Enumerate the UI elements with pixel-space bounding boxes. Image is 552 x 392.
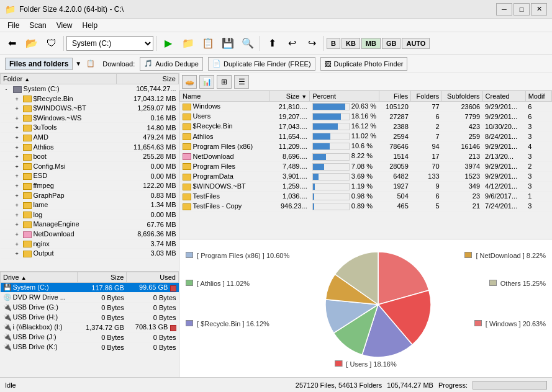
audio-dedupe-button[interactable]: 🎵 Audio Dedupe [140, 57, 203, 71]
folder-row[interactable]: +Config.Msi0.00 MB [1, 161, 179, 171]
treemap-button[interactable]: ⊞ [217, 75, 232, 89]
percent-col-header[interactable]: Percent [310, 91, 379, 102]
expand-icon[interactable]: + [16, 115, 23, 122]
files-folders-label[interactable]: Files and folders [5, 58, 73, 70]
kb-label[interactable]: KB [342, 38, 360, 49]
undo-button[interactable]: ↩ [283, 35, 301, 52]
folder-row[interactable]: +nginx3.74 MB [1, 239, 179, 249]
folder-row[interactable]: +AMD479.24 MB [1, 132, 179, 142]
folder-row[interactable]: +GraphPap0.83 MB [1, 190, 179, 200]
drive-list[interactable]: Drive ▲ Size Used 💾System (C:)117.86 GB9… [0, 272, 179, 377]
size-col-header[interactable]: Size [116, 74, 178, 84]
drive-row[interactable]: 🔌USB Drive (K:)0 Bytes0 Bytes [1, 342, 179, 352]
expand-icon[interactable]: + [16, 125, 23, 131]
drive-row[interactable]: 🔌USB Drive (J:)0 Bytes0 Bytes [1, 332, 179, 342]
file-row[interactable]: Program Files (x86)11,209.... 10.6 %7864… [180, 141, 552, 151]
drive-col-header[interactable]: Drive ▲ [1, 272, 78, 283]
file-row[interactable]: Users19,207.... 18.16 %27287677999/29/20… [180, 112, 552, 122]
subfolders-col-header[interactable]: Subfolders [442, 91, 482, 102]
folder-row[interactable]: +$Windows.~WS0.16 MB [1, 113, 179, 123]
file-row[interactable]: $WINDOWS.~BT1,259.... 1.19 %192793494/12… [180, 181, 552, 191]
back-button[interactable]: ⬅ [2, 35, 21, 52]
expand-icon[interactable]: - [6, 86, 13, 92]
expand-icon[interactable]: + [16, 193, 23, 199]
expand-icon[interactable]: + [16, 212, 23, 218]
export-button[interactable]: 💾 [219, 35, 237, 52]
expand-icon[interactable]: + [16, 154, 23, 160]
expand-icon[interactable]: + [16, 105, 23, 112]
folder-open-button[interactable]: 📂 [22, 35, 41, 52]
file-row[interactable]: ProgramData3,901.... 3.69 %648213315239/… [180, 171, 552, 181]
folder-list[interactable]: Folder ▲ Size -System (C:)105,744.27...+… [0, 73, 179, 272]
expand-icon[interactable]: + [16, 96, 23, 102]
redo-button[interactable]: ↪ [302, 35, 321, 52]
modified-col-header[interactable]: Modif [525, 91, 551, 102]
menu-help[interactable]: Help [78, 20, 103, 31]
file-row[interactable]: NetDownload8,696.... 8.22 %1514172132/13… [180, 151, 552, 161]
drive-row[interactable]: 💿DVD RW Drive ...0 Bytes0 Bytes [1, 293, 179, 303]
drive-row[interactable]: 💾System (C:)117.86 GB99.65 GB [1, 283, 179, 293]
dup-photo-button[interactable]: 🖼 Duplicate Photo Finder [320, 57, 408, 71]
drive-row[interactable]: 🔌USB Drive (H:)0 Bytes0 Bytes [1, 313, 179, 323]
menu-file[interactable]: File [2, 20, 24, 31]
folder-row[interactable]: +lame1.34 MB [1, 200, 179, 210]
drive-row[interactable]: 🔌USB Drive (G:)0 Bytes0 Bytes [1, 303, 179, 313]
copy-button[interactable]: 📋 [199, 35, 217, 52]
folder-row[interactable]: +$Recycle.Bin17,043.12 MB [1, 94, 179, 104]
created-col-header[interactable]: Created [482, 91, 525, 102]
drive-select[interactable]: System (C:) [66, 36, 153, 51]
file-row[interactable]: TestFiles1,036.... 0.98 %5046239/6/2017.… [180, 191, 552, 201]
filter-button[interactable]: 🔍 [238, 35, 257, 52]
list-view-button[interactable]: ☰ [234, 75, 249, 89]
folder-row[interactable]: +ManageEngine67.76 MB [1, 220, 179, 229]
folder-col-header[interactable]: Folder ▲ [1, 74, 117, 84]
expand-icon[interactable]: + [16, 145, 23, 151]
expand-icon[interactable]: + [16, 231, 23, 238]
expand-icon[interactable]: + [16, 173, 23, 179]
file-row[interactable]: $Recycle.Bin17,043.... 16.12 %2388242310… [180, 122, 552, 131]
name-col-header[interactable]: Name [180, 91, 269, 102]
gb-label[interactable]: GB [382, 38, 401, 49]
folder-row[interactable]: +boot255.28 MB [1, 152, 179, 162]
expand-icon[interactable]: + [16, 164, 23, 170]
expand-icon[interactable]: + [16, 221, 23, 228]
drive-row[interactable]: 🔌i (\\Blackbox) (I:)1,374.72 GB708.13 GB [1, 323, 179, 332]
maximize-button[interactable]: □ [514, 3, 530, 16]
bar-chart-button[interactable]: 📊 [199, 75, 214, 89]
minimize-button[interactable]: ─ [496, 3, 512, 16]
drive-size-col-header[interactable]: Size [78, 272, 127, 283]
folder-row[interactable]: +ffmpeg122.20 MB [1, 180, 179, 190]
files-icon-button[interactable]: 📋 [84, 58, 97, 70]
menu-view[interactable]: View [52, 20, 78, 31]
expand-icon[interactable]: + [16, 202, 23, 208]
files-col-header[interactable]: Files [379, 91, 411, 102]
folder-row[interactable]: +Athlios11,654.63 MB [1, 142, 179, 152]
folder-row[interactable]: +NetDownload8,696.36 MB [1, 229, 179, 239]
size-col-header[interactable]: Size ▼ [269, 91, 310, 102]
dup-file-button[interactable]: 📄 Duplicate File Finder (FREE) [208, 57, 315, 71]
expand-icon[interactable]: + [16, 183, 23, 189]
folder-row[interactable]: +Output3.03 MB [1, 249, 179, 259]
folder-row[interactable]: -System (C:)105,744.27... [1, 84, 179, 94]
folder-button[interactable]: 📁 [179, 35, 197, 52]
file-row[interactable]: Athlios11,654.... 11.02 %259472598/24/20… [180, 131, 552, 141]
shield-button[interactable]: 🛡 [42, 35, 61, 52]
auto-label[interactable]: AUTO [402, 38, 430, 49]
file-row[interactable]: Windows21,810.... 20.63 %10512077236069/… [180, 102, 552, 112]
scan-button[interactable]: ▶ [159, 35, 178, 52]
menu-scan[interactable]: Scan [24, 20, 51, 31]
file-list[interactable]: Name Size ▼ Percent Files Folders Subfol… [179, 91, 552, 239]
file-row[interactable]: TestFiles - Copy946.23... 0.89 %4655217/… [180, 201, 552, 211]
b-label[interactable]: B [327, 38, 340, 49]
file-row[interactable]: Program Files7,489.... 7.08 %28059703974… [180, 161, 552, 171]
expand-icon[interactable]: + [16, 241, 23, 247]
folder-row[interactable]: +3uTools14.80 MB [1, 123, 179, 133]
folder-row[interactable]: +ESD0.00 MB [1, 171, 179, 181]
folders-col-header[interactable]: Folders [411, 91, 442, 102]
drive-used-col-header[interactable]: Used [127, 272, 179, 283]
close-button[interactable]: ✕ [531, 3, 547, 16]
pie-chart-button[interactable]: 🥧 [182, 75, 197, 89]
expand-icon[interactable]: + [16, 135, 23, 141]
folder-row[interactable]: +$WINDOWS.~BT1,259.07 MB [1, 104, 179, 114]
up-button[interactable]: ⬆ [263, 35, 281, 52]
